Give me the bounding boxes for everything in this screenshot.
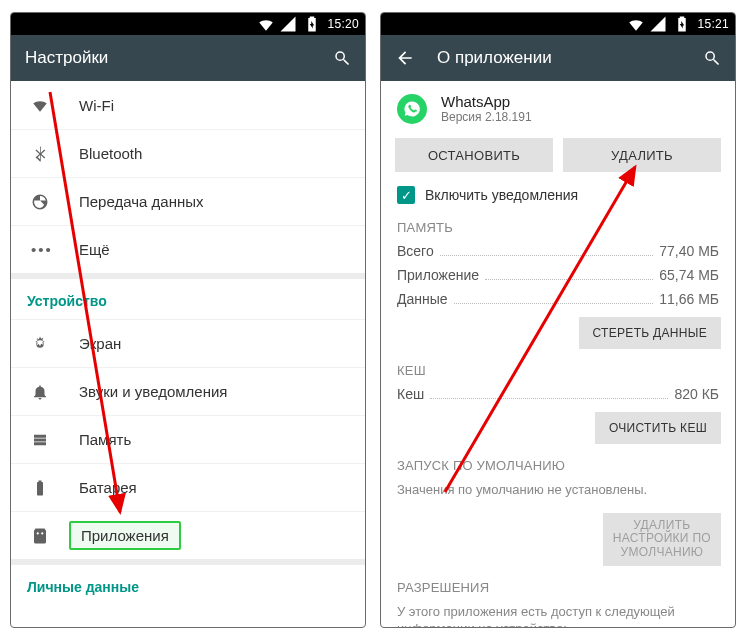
signal-icon (279, 15, 297, 33)
search-icon[interactable] (703, 49, 721, 67)
memory-header: ПАМЯТЬ (381, 214, 735, 239)
battery-icon (303, 15, 321, 33)
app-header: WhatsApp Версия 2.18.191 (381, 81, 735, 134)
erase-data-wrap: СТЕРЕТЬ ДАННЫЕ (381, 311, 735, 357)
page-title: О приложении (437, 48, 681, 68)
wifi-status-icon (257, 15, 275, 33)
row-label: Ещё (79, 241, 110, 258)
clear-cache-button[interactable]: ОЧИСТИТЬ КЕШ (595, 412, 721, 444)
app-bar: Настройки (11, 35, 365, 81)
status-time: 15:20 (327, 17, 359, 31)
display-icon (31, 335, 53, 353)
kv-value: 65,74 МБ (659, 267, 719, 283)
row-data[interactable]: Передача данных (11, 177, 365, 225)
personal-section: Личные данные (11, 565, 365, 605)
row-battery[interactable]: Батарея (11, 463, 365, 511)
row-label: Звуки и уведомления (79, 383, 227, 400)
clear-cache-wrap: ОЧИСТИТЬ КЕШ (381, 406, 735, 452)
notifications-toggle[interactable]: ✓ Включить уведомления (381, 182, 735, 214)
device-section: Устройство Экран Звуки и уведомления Пам… (11, 279, 365, 565)
status-time: 15:21 (697, 17, 729, 31)
battery-row-icon (31, 479, 53, 497)
battery-icon (673, 15, 691, 33)
memory-app: Приложение 65,74 МБ (381, 263, 735, 287)
row-bluetooth[interactable]: Bluetooth (11, 129, 365, 177)
kv-key: Приложение (397, 267, 479, 283)
app-title-block: WhatsApp Версия 2.18.191 (441, 93, 532, 124)
more-icon: ••• (31, 241, 53, 258)
wifi-icon (31, 96, 53, 114)
dots-fill (440, 255, 654, 256)
permissions-header: РАЗРЕШЕНИЯ (381, 574, 735, 599)
checkbox-icon: ✓ (397, 186, 415, 204)
row-label: Экран (79, 335, 121, 352)
whatsapp-icon (397, 94, 427, 124)
notifications-label: Включить уведомления (425, 187, 578, 203)
delete-button[interactable]: УДАЛИТЬ (563, 138, 721, 172)
back-icon[interactable] (395, 48, 415, 68)
row-display[interactable]: Экран (11, 319, 365, 367)
kv-value: 820 КБ (674, 386, 719, 402)
stop-button[interactable]: ОСТАНОВИТЬ (395, 138, 553, 172)
cache-row: Кеш 820 КБ (381, 382, 735, 406)
cache-header: КЕШ (381, 357, 735, 382)
settings-screen: 15:20 Настройки Wi-Fi Bluetooth Передача… (10, 12, 366, 628)
wifi-status-icon (627, 15, 645, 33)
page-title: Настройки (25, 48, 311, 68)
app-version: Версия 2.18.191 (441, 110, 532, 124)
wireless-section: Wi-Fi Bluetooth Передача данных ••• Ещё (11, 81, 365, 279)
row-label: Батарея (79, 479, 137, 496)
kv-key: Данные (397, 291, 448, 307)
bell-icon (31, 383, 53, 401)
kv-key: Всего (397, 243, 434, 259)
row-more[interactable]: ••• Ещё (11, 225, 365, 273)
row-apps[interactable]: Приложения (11, 511, 365, 559)
reset-defaults-wrap: УДАЛИТЬ НАСТРОЙКИ ПО УМОЛЧАНИЮ (381, 507, 735, 574)
section-header-personal: Личные данные (11, 565, 365, 605)
row-label: Память (79, 431, 131, 448)
row-label: Bluetooth (79, 145, 142, 162)
row-label-highlight: Приложения (69, 521, 181, 550)
action-buttons: ОСТАНОВИТЬ УДАЛИТЬ (381, 134, 735, 182)
search-icon[interactable] (333, 49, 351, 67)
permissions-note: У этого приложения есть доступ к следующ… (381, 599, 735, 628)
row-wifi[interactable]: Wi-Fi (11, 81, 365, 129)
dots-fill (454, 303, 654, 304)
row-label: Приложения (81, 527, 169, 544)
dots-fill (485, 279, 653, 280)
dots-fill (430, 398, 668, 399)
erase-data-button[interactable]: СТЕРЕТЬ ДАННЫЕ (579, 317, 721, 349)
signal-icon (649, 15, 667, 33)
app-info-screen: 15:21 О приложении WhatsApp Версия 2.18.… (380, 12, 736, 628)
storage-icon (31, 431, 53, 449)
memory-total: Всего 77,40 МБ (381, 239, 735, 263)
section-header-device: Устройство (11, 279, 365, 319)
launch-header: ЗАПУСК ПО УМОЛЧАНИЮ (381, 452, 735, 477)
status-bar: 15:21 (381, 13, 735, 35)
kv-key: Кеш (397, 386, 424, 402)
row-label: Передача данных (79, 193, 204, 210)
kv-value: 11,66 МБ (659, 291, 719, 307)
bluetooth-icon (31, 145, 53, 163)
kv-value: 77,40 МБ (659, 243, 719, 259)
btn-line: НАСТРОЙКИ ПО (613, 532, 711, 546)
app-name: WhatsApp (441, 93, 532, 110)
btn-line: УМОЛЧАНИЮ (620, 546, 703, 560)
reset-defaults-button: УДАЛИТЬ НАСТРОЙКИ ПО УМОЛЧАНИЮ (603, 513, 721, 566)
row-sound[interactable]: Звуки и уведомления (11, 367, 365, 415)
row-label: Wi-Fi (79, 97, 114, 114)
launch-note: Значения по умолчанию не установлены. (381, 477, 735, 507)
memory-data: Данные 11,66 МБ (381, 287, 735, 311)
apps-icon (31, 527, 53, 545)
app-bar: О приложении (381, 35, 735, 81)
data-usage-icon (31, 193, 53, 211)
row-storage[interactable]: Память (11, 415, 365, 463)
status-bar: 15:20 (11, 13, 365, 35)
